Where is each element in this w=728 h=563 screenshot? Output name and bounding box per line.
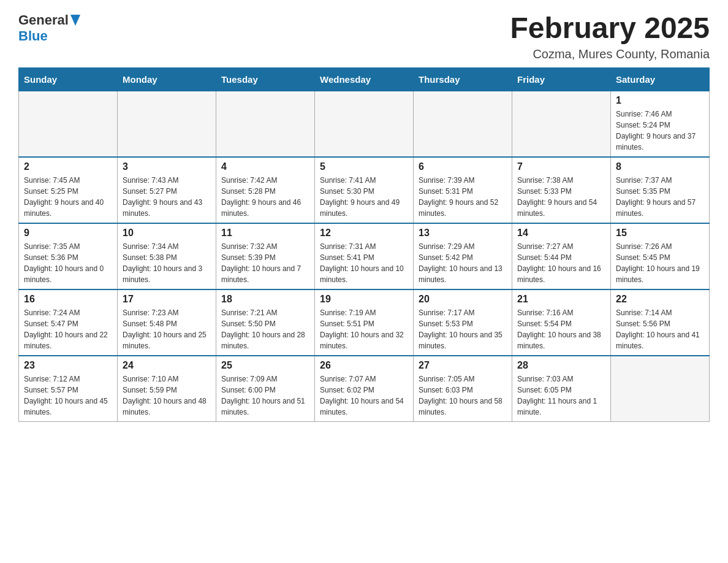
day-info: Sunrise: 7:16 AMSunset: 5:54 PMDaylight:… (517, 307, 605, 351)
calendar-cell: 22Sunrise: 7:14 AMSunset: 5:56 PMDayligh… (611, 289, 710, 356)
logo-blue-text: Blue (18, 28, 48, 44)
day-number: 8 (616, 161, 704, 172)
day-info: Sunrise: 7:45 AMSunset: 5:25 PMDaylight:… (24, 175, 112, 219)
calendar-cell (315, 91, 414, 157)
calendar-cell: 23Sunrise: 7:12 AMSunset: 5:57 PMDayligh… (19, 356, 118, 422)
day-info: Sunrise: 7:29 AMSunset: 5:42 PMDaylight:… (419, 241, 507, 285)
calendar-header-friday: Friday (512, 67, 611, 91)
day-number: 15 (616, 228, 704, 239)
calendar-cell: 28Sunrise: 7:03 AMSunset: 6:05 PMDayligh… (512, 356, 611, 422)
day-number: 25 (221, 360, 309, 371)
day-number: 10 (123, 228, 211, 239)
day-number: 13 (419, 228, 507, 239)
calendar-cell: 17Sunrise: 7:23 AMSunset: 5:48 PMDayligh… (118, 289, 216, 356)
month-title: February 2025 (510, 12, 710, 45)
calendar-cell: 5Sunrise: 7:41 AMSunset: 5:30 PMDaylight… (315, 157, 414, 223)
day-info: Sunrise: 7:12 AMSunset: 5:57 PMDaylight:… (24, 373, 112, 418)
day-number: 27 (419, 360, 507, 371)
day-number: 6 (419, 161, 507, 172)
day-info: Sunrise: 7:37 AMSunset: 5:35 PMDaylight:… (616, 175, 704, 219)
calendar-cell (611, 356, 710, 422)
calendar-week-row: 23Sunrise: 7:12 AMSunset: 5:57 PMDayligh… (19, 356, 710, 422)
calendar-cell: 15Sunrise: 7:26 AMSunset: 5:45 PMDayligh… (611, 223, 710, 289)
calendar-cell: 20Sunrise: 7:17 AMSunset: 5:53 PMDayligh… (414, 289, 512, 356)
day-info: Sunrise: 7:17 AMSunset: 5:53 PMDaylight:… (419, 307, 507, 351)
calendar-week-row: 2Sunrise: 7:45 AMSunset: 5:25 PMDaylight… (19, 157, 710, 223)
calendar-header-monday: Monday (118, 67, 216, 91)
day-info: Sunrise: 7:05 AMSunset: 6:03 PMDaylight:… (419, 373, 507, 418)
calendar-header-saturday: Saturday (611, 67, 710, 91)
day-info: Sunrise: 7:32 AMSunset: 5:39 PMDaylight:… (221, 241, 309, 285)
day-number: 4 (221, 161, 309, 172)
page-header: General Blue February 2025 Cozma, Mures … (18, 12, 710, 61)
day-number: 24 (123, 360, 211, 371)
day-number: 5 (320, 161, 408, 172)
calendar-header-tuesday: Tuesday (216, 67, 315, 91)
calendar-cell: 25Sunrise: 7:09 AMSunset: 6:00 PMDayligh… (216, 356, 315, 422)
calendar-cell: 4Sunrise: 7:42 AMSunset: 5:28 PMDaylight… (216, 157, 315, 223)
day-number: 23 (24, 360, 112, 371)
calendar-cell: 2Sunrise: 7:45 AMSunset: 5:25 PMDaylight… (19, 157, 118, 223)
calendar-cell: 9Sunrise: 7:35 AMSunset: 5:36 PMDaylight… (19, 223, 118, 289)
day-number: 2 (24, 161, 112, 172)
day-number: 28 (517, 360, 605, 371)
day-number: 7 (517, 161, 605, 172)
calendar-cell: 3Sunrise: 7:43 AMSunset: 5:27 PMDaylight… (118, 157, 216, 223)
calendar-header-wednesday: Wednesday (315, 67, 414, 91)
calendar-cell: 6Sunrise: 7:39 AMSunset: 5:31 PMDaylight… (414, 157, 512, 223)
calendar-cell (414, 91, 512, 157)
calendar-cell: 13Sunrise: 7:29 AMSunset: 5:42 PMDayligh… (414, 223, 512, 289)
day-number: 17 (123, 294, 211, 305)
day-info: Sunrise: 7:09 AMSunset: 6:00 PMDaylight:… (221, 373, 309, 418)
day-number: 22 (616, 294, 704, 305)
day-number: 1 (616, 95, 704, 106)
day-info: Sunrise: 7:26 AMSunset: 5:45 PMDaylight:… (616, 241, 704, 285)
calendar-cell: 11Sunrise: 7:32 AMSunset: 5:39 PMDayligh… (216, 223, 315, 289)
logo-arrow-icon (70, 15, 80, 26)
logo-general-text: General (18, 12, 69, 28)
day-info: Sunrise: 7:31 AMSunset: 5:41 PMDaylight:… (320, 241, 408, 285)
calendar-cell: 8Sunrise: 7:37 AMSunset: 5:35 PMDaylight… (611, 157, 710, 223)
calendar-header-row: SundayMondayTuesdayWednesdayThursdayFrid… (19, 67, 710, 91)
day-number: 20 (419, 294, 507, 305)
calendar-cell: 18Sunrise: 7:21 AMSunset: 5:50 PMDayligh… (216, 289, 315, 356)
day-number: 19 (320, 294, 408, 305)
calendar-cell: 21Sunrise: 7:16 AMSunset: 5:54 PMDayligh… (512, 289, 611, 356)
day-info: Sunrise: 7:39 AMSunset: 5:31 PMDaylight:… (419, 175, 507, 219)
day-info: Sunrise: 7:43 AMSunset: 5:27 PMDaylight:… (123, 175, 211, 219)
day-number: 9 (24, 228, 112, 239)
calendar-header-sunday: Sunday (19, 67, 118, 91)
calendar-cell: 1Sunrise: 7:46 AMSunset: 5:24 PMDaylight… (611, 91, 710, 157)
calendar-cell: 7Sunrise: 7:38 AMSunset: 5:33 PMDaylight… (512, 157, 611, 223)
day-number: 18 (221, 294, 309, 305)
calendar-table: SundayMondayTuesdayWednesdayThursdayFrid… (18, 67, 710, 422)
day-info: Sunrise: 7:42 AMSunset: 5:28 PMDaylight:… (221, 175, 309, 219)
location-text: Cozma, Mures County, Romania (510, 47, 710, 61)
calendar-cell: 14Sunrise: 7:27 AMSunset: 5:44 PMDayligh… (512, 223, 611, 289)
calendar-cell: 10Sunrise: 7:34 AMSunset: 5:38 PMDayligh… (118, 223, 216, 289)
calendar-cell (512, 91, 611, 157)
day-number: 12 (320, 228, 408, 239)
day-info: Sunrise: 7:14 AMSunset: 5:56 PMDaylight:… (616, 307, 704, 351)
calendar-cell (216, 91, 315, 157)
calendar-week-row: 9Sunrise: 7:35 AMSunset: 5:36 PMDaylight… (19, 223, 710, 289)
day-number: 3 (123, 161, 211, 172)
day-info: Sunrise: 7:03 AMSunset: 6:05 PMDaylight:… (517, 373, 605, 418)
day-info: Sunrise: 7:41 AMSunset: 5:30 PMDaylight:… (320, 175, 408, 219)
calendar-week-row: 16Sunrise: 7:24 AMSunset: 5:47 PMDayligh… (19, 289, 710, 356)
day-info: Sunrise: 7:10 AMSunset: 5:59 PMDaylight:… (123, 373, 211, 418)
day-info: Sunrise: 7:35 AMSunset: 5:36 PMDaylight:… (24, 241, 112, 285)
day-number: 16 (24, 294, 112, 305)
calendar-cell (118, 91, 216, 157)
svg-marker-0 (70, 15, 80, 26)
day-number: 26 (320, 360, 408, 371)
calendar-cell: 16Sunrise: 7:24 AMSunset: 5:47 PMDayligh… (19, 289, 118, 356)
calendar-cell: 12Sunrise: 7:31 AMSunset: 5:41 PMDayligh… (315, 223, 414, 289)
calendar-cell: 24Sunrise: 7:10 AMSunset: 5:59 PMDayligh… (118, 356, 216, 422)
title-section: February 2025 Cozma, Mures County, Roman… (510, 12, 710, 61)
day-info: Sunrise: 7:27 AMSunset: 5:44 PMDaylight:… (517, 241, 605, 285)
calendar-cell: 27Sunrise: 7:05 AMSunset: 6:03 PMDayligh… (414, 356, 512, 422)
day-info: Sunrise: 7:34 AMSunset: 5:38 PMDaylight:… (123, 241, 211, 285)
day-info: Sunrise: 7:24 AMSunset: 5:47 PMDaylight:… (24, 307, 112, 351)
calendar-week-row: 1Sunrise: 7:46 AMSunset: 5:24 PMDaylight… (19, 91, 710, 157)
